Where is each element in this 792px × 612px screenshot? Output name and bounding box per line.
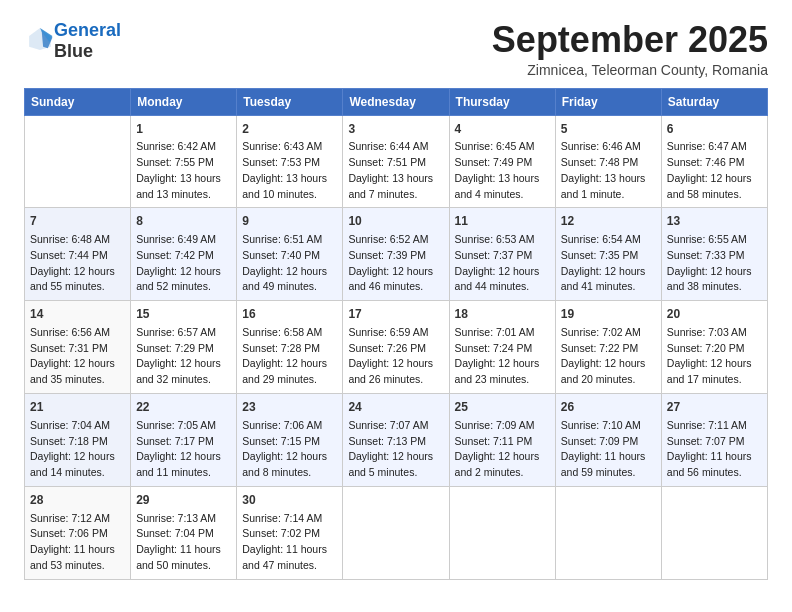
day-info: Sunrise: 6:57 AM Sunset: 7:29 PM Dayligh…	[136, 326, 221, 385]
day-number: 24	[348, 399, 443, 416]
calendar-cell	[555, 486, 661, 579]
month-title: September 2025	[492, 20, 768, 60]
weekday-header-tuesday: Tuesday	[237, 88, 343, 115]
calendar-cell: 30Sunrise: 7:14 AM Sunset: 7:02 PM Dayli…	[237, 486, 343, 579]
day-number: 11	[455, 213, 550, 230]
weekday-header-sunday: Sunday	[25, 88, 131, 115]
calendar-cell	[343, 486, 449, 579]
day-number: 30	[242, 492, 337, 509]
day-info: Sunrise: 7:09 AM Sunset: 7:11 PM Dayligh…	[455, 419, 540, 478]
week-row-3: 14Sunrise: 6:56 AM Sunset: 7:31 PM Dayli…	[25, 301, 768, 394]
day-info: Sunrise: 6:42 AM Sunset: 7:55 PM Dayligh…	[136, 140, 221, 199]
day-info: Sunrise: 6:55 AM Sunset: 7:33 PM Dayligh…	[667, 233, 752, 292]
day-number: 25	[455, 399, 550, 416]
day-info: Sunrise: 6:43 AM Sunset: 7:53 PM Dayligh…	[242, 140, 327, 199]
calendar-cell: 25Sunrise: 7:09 AM Sunset: 7:11 PM Dayli…	[449, 393, 555, 486]
title-area: September 2025 Zimnicea, Teleorman Count…	[492, 20, 768, 78]
day-info: Sunrise: 6:54 AM Sunset: 7:35 PM Dayligh…	[561, 233, 646, 292]
calendar-cell	[25, 115, 131, 208]
calendar-cell: 29Sunrise: 7:13 AM Sunset: 7:04 PM Dayli…	[131, 486, 237, 579]
day-number: 22	[136, 399, 231, 416]
day-number: 12	[561, 213, 656, 230]
day-number: 3	[348, 121, 443, 138]
day-info: Sunrise: 7:05 AM Sunset: 7:17 PM Dayligh…	[136, 419, 221, 478]
day-info: Sunrise: 6:59 AM Sunset: 7:26 PM Dayligh…	[348, 326, 433, 385]
day-number: 23	[242, 399, 337, 416]
calendar-cell: 13Sunrise: 6:55 AM Sunset: 7:33 PM Dayli…	[661, 208, 767, 301]
day-info: Sunrise: 7:04 AM Sunset: 7:18 PM Dayligh…	[30, 419, 115, 478]
calendar-cell: 18Sunrise: 7:01 AM Sunset: 7:24 PM Dayli…	[449, 301, 555, 394]
day-info: Sunrise: 6:47 AM Sunset: 7:46 PM Dayligh…	[667, 140, 752, 199]
day-info: Sunrise: 6:49 AM Sunset: 7:42 PM Dayligh…	[136, 233, 221, 292]
calendar-cell: 20Sunrise: 7:03 AM Sunset: 7:20 PM Dayli…	[661, 301, 767, 394]
calendar-cell: 14Sunrise: 6:56 AM Sunset: 7:31 PM Dayli…	[25, 301, 131, 394]
day-number: 16	[242, 306, 337, 323]
logo-text: General Blue	[54, 20, 121, 61]
day-info: Sunrise: 7:06 AM Sunset: 7:15 PM Dayligh…	[242, 419, 327, 478]
day-info: Sunrise: 6:56 AM Sunset: 7:31 PM Dayligh…	[30, 326, 115, 385]
weekday-header-thursday: Thursday	[449, 88, 555, 115]
calendar-cell: 1Sunrise: 6:42 AM Sunset: 7:55 PM Daylig…	[131, 115, 237, 208]
day-number: 28	[30, 492, 125, 509]
logo: General Blue	[24, 20, 121, 61]
day-info: Sunrise: 7:14 AM Sunset: 7:02 PM Dayligh…	[242, 512, 327, 571]
day-info: Sunrise: 7:11 AM Sunset: 7:07 PM Dayligh…	[667, 419, 752, 478]
calendar-cell: 4Sunrise: 6:45 AM Sunset: 7:49 PM Daylig…	[449, 115, 555, 208]
day-number: 14	[30, 306, 125, 323]
day-number: 19	[561, 306, 656, 323]
calendar-cell: 23Sunrise: 7:06 AM Sunset: 7:15 PM Dayli…	[237, 393, 343, 486]
day-number: 7	[30, 213, 125, 230]
week-row-1: 1Sunrise: 6:42 AM Sunset: 7:55 PM Daylig…	[25, 115, 768, 208]
day-number: 2	[242, 121, 337, 138]
day-number: 13	[667, 213, 762, 230]
day-number: 26	[561, 399, 656, 416]
week-row-5: 28Sunrise: 7:12 AM Sunset: 7:06 PM Dayli…	[25, 486, 768, 579]
weekday-header-wednesday: Wednesday	[343, 88, 449, 115]
calendar-cell: 8Sunrise: 6:49 AM Sunset: 7:42 PM Daylig…	[131, 208, 237, 301]
day-info: Sunrise: 7:01 AM Sunset: 7:24 PM Dayligh…	[455, 326, 540, 385]
day-number: 29	[136, 492, 231, 509]
calendar-cell: 11Sunrise: 6:53 AM Sunset: 7:37 PM Dayli…	[449, 208, 555, 301]
calendar-cell: 19Sunrise: 7:02 AM Sunset: 7:22 PM Dayli…	[555, 301, 661, 394]
day-info: Sunrise: 6:52 AM Sunset: 7:39 PM Dayligh…	[348, 233, 433, 292]
day-number: 1	[136, 121, 231, 138]
day-info: Sunrise: 6:51 AM Sunset: 7:40 PM Dayligh…	[242, 233, 327, 292]
day-number: 6	[667, 121, 762, 138]
calendar-cell: 22Sunrise: 7:05 AM Sunset: 7:17 PM Dayli…	[131, 393, 237, 486]
day-number: 5	[561, 121, 656, 138]
calendar-table: SundayMondayTuesdayWednesdayThursdayFrid…	[24, 88, 768, 580]
day-number: 27	[667, 399, 762, 416]
week-row-2: 7Sunrise: 6:48 AM Sunset: 7:44 PM Daylig…	[25, 208, 768, 301]
day-info: Sunrise: 7:12 AM Sunset: 7:06 PM Dayligh…	[30, 512, 115, 571]
calendar-cell: 5Sunrise: 6:46 AM Sunset: 7:48 PM Daylig…	[555, 115, 661, 208]
weekday-header-saturday: Saturday	[661, 88, 767, 115]
day-info: Sunrise: 7:07 AM Sunset: 7:13 PM Dayligh…	[348, 419, 433, 478]
day-info: Sunrise: 6:44 AM Sunset: 7:51 PM Dayligh…	[348, 140, 433, 199]
day-number: 8	[136, 213, 231, 230]
day-info: Sunrise: 6:45 AM Sunset: 7:49 PM Dayligh…	[455, 140, 540, 199]
weekday-header-row: SundayMondayTuesdayWednesdayThursdayFrid…	[25, 88, 768, 115]
day-info: Sunrise: 6:46 AM Sunset: 7:48 PM Dayligh…	[561, 140, 646, 199]
calendar-cell: 10Sunrise: 6:52 AM Sunset: 7:39 PM Dayli…	[343, 208, 449, 301]
calendar-cell: 2Sunrise: 6:43 AM Sunset: 7:53 PM Daylig…	[237, 115, 343, 208]
day-info: Sunrise: 7:03 AM Sunset: 7:20 PM Dayligh…	[667, 326, 752, 385]
weekday-header-friday: Friday	[555, 88, 661, 115]
day-info: Sunrise: 6:53 AM Sunset: 7:37 PM Dayligh…	[455, 233, 540, 292]
day-number: 10	[348, 213, 443, 230]
calendar-cell: 26Sunrise: 7:10 AM Sunset: 7:09 PM Dayli…	[555, 393, 661, 486]
header: General Blue September 2025 Zimnicea, Te…	[24, 20, 768, 78]
day-number: 21	[30, 399, 125, 416]
day-info: Sunrise: 7:02 AM Sunset: 7:22 PM Dayligh…	[561, 326, 646, 385]
calendar-cell: 16Sunrise: 6:58 AM Sunset: 7:28 PM Dayli…	[237, 301, 343, 394]
calendar-cell: 21Sunrise: 7:04 AM Sunset: 7:18 PM Dayli…	[25, 393, 131, 486]
calendar-cell: 24Sunrise: 7:07 AM Sunset: 7:13 PM Dayli…	[343, 393, 449, 486]
calendar-cell	[661, 486, 767, 579]
day-info: Sunrise: 6:58 AM Sunset: 7:28 PM Dayligh…	[242, 326, 327, 385]
calendar-cell: 6Sunrise: 6:47 AM Sunset: 7:46 PM Daylig…	[661, 115, 767, 208]
day-number: 18	[455, 306, 550, 323]
calendar-cell: 9Sunrise: 6:51 AM Sunset: 7:40 PM Daylig…	[237, 208, 343, 301]
week-row-4: 21Sunrise: 7:04 AM Sunset: 7:18 PM Dayli…	[25, 393, 768, 486]
day-info: Sunrise: 6:48 AM Sunset: 7:44 PM Dayligh…	[30, 233, 115, 292]
calendar-cell: 27Sunrise: 7:11 AM Sunset: 7:07 PM Dayli…	[661, 393, 767, 486]
day-number: 4	[455, 121, 550, 138]
